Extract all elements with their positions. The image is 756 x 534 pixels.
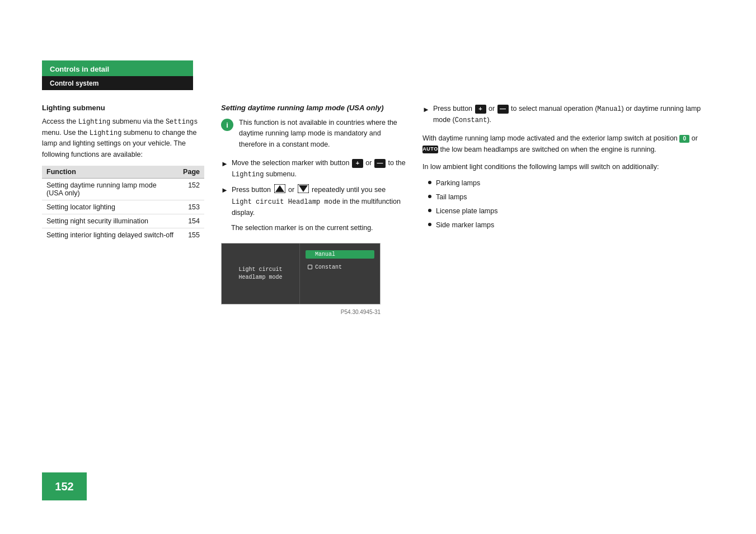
plus-button-icon: + xyxy=(352,159,363,168)
svg-marker-2 xyxy=(299,185,308,192)
dot-list-item-text: Side marker lamps xyxy=(436,220,494,231)
bullet-arrow-icon-2: ► xyxy=(221,185,228,196)
display-constant-text: Constant xyxy=(315,264,342,270)
triangle-down-button-icon xyxy=(298,184,309,193)
table-cell-function: Setting locator lighting xyxy=(42,200,179,214)
dot-list-item-text: Parking lamps xyxy=(436,178,480,189)
table-cell-page: 152 xyxy=(179,178,204,200)
right-bullet-arrow-icon: ► xyxy=(422,104,430,115)
table-cell-page: 154 xyxy=(179,214,204,228)
right-para-1: With daytime running lamp mode activated… xyxy=(422,133,714,155)
right-column: ► Press button + or — to select manual o… xyxy=(417,92,714,492)
dot-list-item: License plate lamps xyxy=(428,206,714,217)
display-constant-option: Constant xyxy=(306,263,374,271)
lighting-word: Lighting xyxy=(78,118,111,126)
display-right-panel: Manual Constant xyxy=(300,243,380,304)
intro-paragraph: Access the Lighting submenu via the Sett… xyxy=(42,116,204,160)
dot-list: Parking lamps Tail lamps License plate l… xyxy=(428,178,714,230)
table-cell-page: 155 xyxy=(179,228,204,242)
display-left-text: Light circuitHeadlamp mode xyxy=(238,266,282,282)
display-manual-text: Manual xyxy=(315,251,335,257)
table-header-page: Page xyxy=(179,166,204,179)
table-row: Setting daytime running lamp mode (USA o… xyxy=(42,178,204,200)
section-title: Lighting submenu xyxy=(42,104,204,112)
display-manual-option: Manual xyxy=(306,250,374,259)
dot-bullet-icon xyxy=(428,223,431,226)
lighting-submenu-word: Lighting xyxy=(232,171,264,179)
bullet-1-text: Move the selection marker with button + … xyxy=(232,158,406,180)
dot-list-item: Tail lamps xyxy=(428,192,714,203)
dot-bullet-icon xyxy=(428,181,431,184)
bullet-2-text: Press button or repeatedly until you see… xyxy=(232,184,406,218)
main-content: Lighting submenu Access the Lighting sub… xyxy=(42,92,714,492)
mid-italic-title: Setting daytime running lamp mode (USA o… xyxy=(221,104,406,112)
dot-bullet-icon xyxy=(428,209,431,212)
selection-note: The selection marker is on the current s… xyxy=(231,223,406,233)
headlamp-code: Light circuit Headlamp mode xyxy=(232,198,340,206)
settings-word: Settings xyxy=(166,118,198,126)
middle-column: Setting daytime running lamp mode (USA o… xyxy=(215,92,417,492)
minus-button-icon: — xyxy=(374,159,386,168)
table-row: Setting night security illumination 154 xyxy=(42,214,204,228)
subheader-bar: Control system xyxy=(42,76,193,90)
dot-bullet-icon xyxy=(428,195,431,198)
table-row: Setting interior lighting delayed switch… xyxy=(42,228,204,242)
dot-list-item-text: Tail lamps xyxy=(436,192,467,203)
constant-word: Constant xyxy=(455,116,487,124)
display-caption: P54.30.4945-31 xyxy=(221,309,381,315)
info-icon: i xyxy=(221,119,233,131)
header-bar: Controls in detail xyxy=(42,60,193,78)
bullet-item-2: ► Press button or repeatedly until you s… xyxy=(221,184,406,218)
bullet-item-1: ► Move the selection marker with button … xyxy=(221,158,406,180)
bullet-arrow-icon: ► xyxy=(221,158,228,170)
right-plus-button-icon: + xyxy=(475,105,486,114)
table-cell-function: Setting night security illumination xyxy=(42,214,179,228)
dot-list-item-text: License plate lamps xyxy=(436,206,497,217)
dot-empty-icon xyxy=(308,265,312,269)
info-text: This function is not available in countr… xyxy=(239,118,406,150)
left-column: Lighting submenu Access the Lighting sub… xyxy=(42,92,215,492)
lighting-word2: Lighting xyxy=(90,129,122,137)
header-title: Controls in detail xyxy=(50,65,109,73)
table-row: Setting locator lighting 153 xyxy=(42,200,204,214)
page-number-badge: 152 xyxy=(42,472,87,500)
right-para-2: In low ambient light conditions the foll… xyxy=(422,162,714,172)
subheader-title: Control system xyxy=(50,79,98,87)
badge-0-icon: 0 xyxy=(679,135,689,143)
svg-marker-0 xyxy=(275,185,284,192)
triangle-up-button-icon xyxy=(274,184,285,193)
multifunction-display: Light circuitHeadlamp mode Manual Consta… xyxy=(221,243,381,305)
dot-filled-icon xyxy=(308,252,312,256)
dot-list-item: Side marker lamps xyxy=(428,220,714,231)
info-box: i This function is not available in coun… xyxy=(221,118,406,150)
function-table: Function Page Setting daytime running la… xyxy=(42,166,204,242)
table-cell-function: Setting daytime running lamp mode (USA o… xyxy=(42,178,179,200)
dot-list-item: Parking lamps xyxy=(428,178,714,189)
manual-word: Manual xyxy=(597,105,621,113)
right-bullet-item-1: ► Press button + or — to select manual o… xyxy=(422,104,714,125)
table-cell-function: Setting interior lighting delayed switch… xyxy=(42,228,179,242)
badge-auto-icon: AUTO xyxy=(422,146,438,153)
display-left-panel: Light circuitHeadlamp mode xyxy=(222,243,300,304)
table-header-function: Function xyxy=(42,166,179,179)
table-cell-page: 153 xyxy=(179,200,204,214)
page-container: Controls in detail Control system Lighti… xyxy=(0,0,756,534)
page-number: 152 xyxy=(55,480,73,493)
right-minus-button-icon: — xyxy=(497,105,509,114)
right-bullet-1-text: Press button + or — to select manual ope… xyxy=(433,104,714,125)
selection-text: The selection marker is on the current s… xyxy=(231,224,373,232)
